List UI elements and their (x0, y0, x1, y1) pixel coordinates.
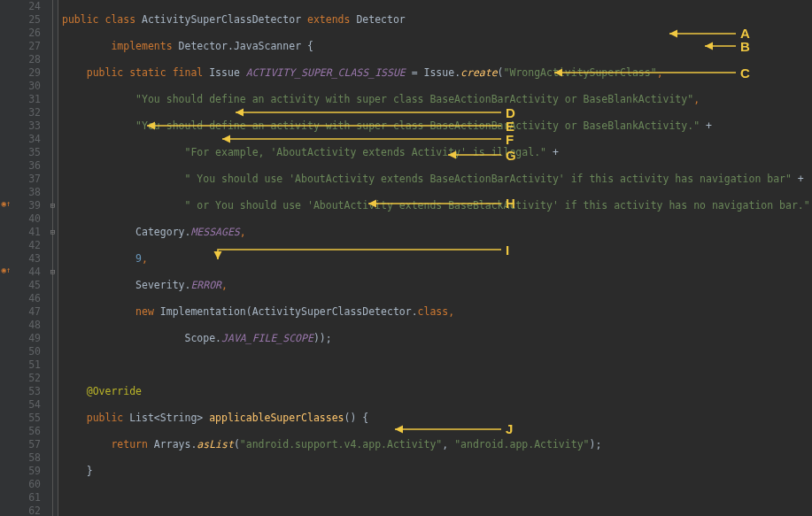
line-number: 45 (12, 279, 41, 292)
line-number: 58 (12, 451, 41, 465)
line-number: 51 (12, 358, 41, 372)
line-number: 32 (12, 106, 41, 119)
line-number: 31 (12, 93, 41, 106)
line-number: 39 (12, 199, 41, 212)
override-icon[interactable]: ◉↑ (0, 199, 12, 210)
line-number: 55 (12, 412, 41, 425)
line-number: 42 (12, 239, 41, 252)
line-number: 59 (12, 465, 41, 478)
line-number: 25 (12, 13, 41, 27)
code-line[interactable]: " You should use 'AboutActivity extends … (62, 173, 812, 186)
code-line[interactable]: " or You should use 'AboutActivity exten… (62, 199, 812, 212)
code-line[interactable]: Scope.JAVA_FILE_SCOPE)); (62, 332, 812, 345)
code-line[interactable]: "You should define an activity with supe… (62, 119, 812, 133)
code-line[interactable]: "You should define an activity with supe… (62, 93, 812, 106)
code-line[interactable]: public class ActivitySuperClassDetector … (62, 13, 812, 27)
annotation-label: J (506, 422, 513, 435)
line-number: 37 (12, 173, 41, 186)
line-number: 26 (12, 27, 41, 40)
line-number: 41 (12, 226, 41, 239)
line-number: 56 (12, 425, 41, 438)
line-number: 43 (12, 252, 41, 266)
fold-gutter: ⊟ ⊟ ⊟ (48, 0, 58, 516)
line-number: 34 (12, 133, 41, 146)
code-line[interactable]: implements Detector.JavaScanner { (62, 40, 812, 53)
annotation-label: A (740, 27, 750, 40)
gutter-marks: ◉↑ ◉↑ (0, 0, 12, 516)
line-number: 30 (12, 80, 41, 93)
line-number: 28 (12, 53, 41, 66)
line-number: 50 (12, 345, 41, 358)
fold-toggle-icon[interactable]: ⊟ (49, 228, 57, 236)
line-number: 24 (12, 0, 41, 13)
line-number: 46 (12, 292, 41, 305)
line-number: 33 (12, 119, 41, 133)
line-number: 38 (12, 186, 41, 199)
line-number: 44 (12, 266, 41, 279)
line-number: 54 (12, 398, 41, 412)
line-number: 36 (12, 159, 41, 173)
editor: ◉↑ ◉↑ 2425262728293031323334353637383940… (0, 0, 812, 516)
code-line[interactable]: "For example, 'AboutActivity extends Act… (62, 146, 812, 159)
code-line[interactable]: new Implementation(ActivitySuperClassDet… (62, 305, 812, 319)
code-line[interactable]: public List<String> applicableSuperClass… (62, 412, 812, 425)
annotation-label: D (506, 106, 515, 119)
line-number: 61 (12, 491, 41, 504)
line-number-gutter: 2425262728293031323334353637383940414243… (12, 0, 48, 516)
code-area[interactable]: public class ActivitySuperClassDetector … (58, 0, 812, 516)
line-number: 60 (12, 478, 41, 491)
line-number: 48 (12, 319, 41, 332)
line-number: 57 (12, 438, 41, 451)
code-line[interactable]: public static final Issue ACTIVITY_SUPER… (62, 66, 812, 80)
fold-toggle-icon[interactable]: ⊟ (49, 268, 57, 276)
override-icon[interactable]: ◉↑ (0, 266, 12, 276)
line-number: 29 (12, 66, 41, 80)
code-line[interactable] (62, 491, 812, 504)
line-number: 40 (12, 212, 41, 226)
code-line[interactable]: return Arrays.asList("android.support.v4… (62, 438, 812, 451)
line-number: 53 (12, 385, 41, 398)
line-number: 35 (12, 146, 41, 159)
line-number: 52 (12, 372, 41, 385)
code-line[interactable]: 9, (62, 252, 812, 266)
code-line[interactable]: } (62, 465, 812, 478)
line-number: 47 (12, 305, 41, 319)
fold-toggle-icon[interactable]: ⊟ (49, 202, 57, 210)
line-number: 49 (12, 332, 41, 345)
annotation-label: F (506, 133, 514, 146)
code-line[interactable]: Severity.ERROR, (62, 279, 812, 292)
line-number: 62 (12, 504, 41, 516)
code-line[interactable] (62, 358, 812, 372)
code-line[interactable]: Category.MESSAGES, (62, 226, 812, 239)
code-line[interactable]: @Override (62, 385, 812, 398)
line-number: 27 (12, 40, 41, 53)
